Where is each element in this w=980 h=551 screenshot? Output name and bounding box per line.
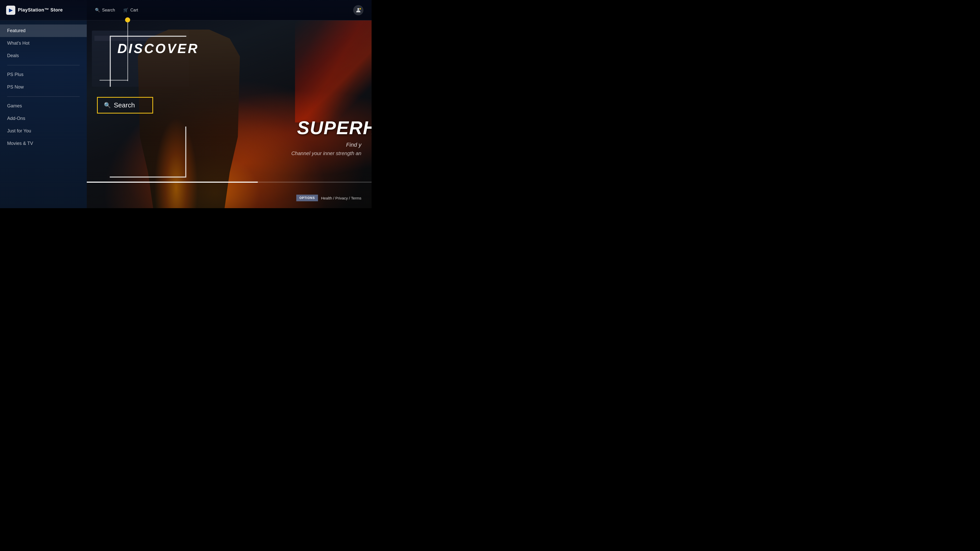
sidebar-item-just-for-you[interactable]: Just for You	[0, 125, 87, 137]
sidebar-item-whats-hot[interactable]: What's Hot	[0, 37, 87, 49]
svg-point-0	[357, 8, 359, 10]
game-tagline-2: Channel your inner strength an	[291, 151, 361, 156]
search-nav-label: Search	[102, 8, 115, 13]
hero-search-box[interactable]: 🔍 Search	[97, 97, 153, 114]
sidebar: Featured What's Hot Deals PS Plus PS Now…	[0, 0, 87, 208]
discover-heading: DISCOVER	[118, 41, 199, 56]
sidebar-item-games[interactable]: Games	[0, 100, 87, 112]
search-nav-link[interactable]: 🔍 Search	[95, 8, 115, 13]
cart-nav-label: Cart	[130, 8, 138, 13]
game-title-text: SUPERH	[297, 118, 372, 138]
playstation-logo-icon: ▶	[6, 6, 15, 15]
options-button[interactable]: OPTIONS	[296, 195, 318, 201]
focus-line-horizontal	[100, 80, 128, 81]
bracket-decoration-bottom	[110, 127, 186, 178]
menu-divider-1	[7, 65, 80, 65]
svg-text:!: !	[360, 8, 360, 10]
focus-line-vertical	[127, 20, 128, 81]
sidebar-item-ps-plus[interactable]: PS Plus	[0, 68, 87, 81]
sidebar-menu: Featured What's Hot Deals PS Plus PS Now…	[0, 0, 87, 150]
hero-search-icon: 🔍	[104, 102, 111, 109]
top-nav-right: !	[353, 5, 372, 15]
profile-icon[interactable]: !	[353, 5, 363, 15]
sidebar-item-featured[interactable]: Featured	[0, 24, 87, 37]
hero-search-area: 🔍 Search	[97, 97, 153, 114]
hero-content: DISCOVER 🔍 Search SUPERH Find y Channel …	[87, 21, 372, 208]
red-streaks	[295, 21, 372, 122]
sidebar-item-add-ons[interactable]: Add-Ons	[0, 112, 87, 125]
ps-logo-area: ▶ PlayStation™ Store	[0, 6, 87, 15]
cart-nav-link[interactable]: 🛒 Cart	[123, 8, 138, 13]
sidebar-item-movies-tv[interactable]: Movies & TV	[0, 137, 87, 150]
carousel-progress-bar	[87, 182, 372, 183]
top-navigation: ▶ PlayStation™ Store 🔍 Search 🛒 Cart !	[0, 0, 372, 21]
sidebar-item-ps-now[interactable]: PS Now	[0, 81, 87, 94]
top-nav-links: 🔍 Search 🛒 Cart	[87, 8, 138, 13]
cart-nav-icon: 🛒	[123, 8, 128, 13]
ps-store-title: PlayStation™ Store	[18, 7, 63, 13]
sidebar-item-deals[interactable]: Deals	[0, 49, 87, 62]
footer-options-bar: OPTIONS Health / Privacy / Terms	[296, 188, 372, 208]
footer-links[interactable]: Health / Privacy / Terms	[321, 196, 361, 200]
progress-bar-fill	[87, 182, 258, 183]
search-nav-icon: 🔍	[95, 8, 100, 13]
hero-search-label: Search	[114, 101, 135, 109]
game-tagline-1: Find y	[346, 141, 361, 148]
focus-indicator-dot	[125, 17, 130, 22]
